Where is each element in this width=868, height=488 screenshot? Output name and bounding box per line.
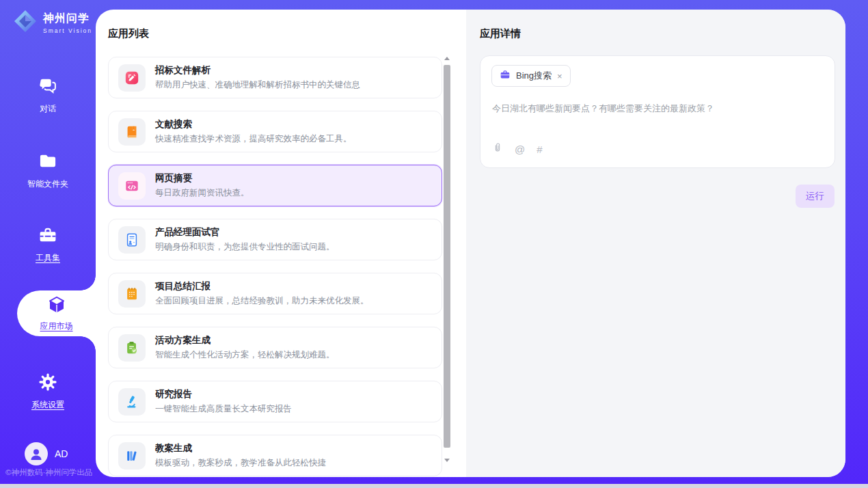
app-list-title: 应用列表 <box>108 27 149 40</box>
copyright-text: ©神州数码·神州问学出品 <box>5 467 97 478</box>
toolbox-icon <box>38 226 57 247</box>
query-input[interactable]: 今日湖北有哪些新闻要点？有哪些需要关注的最新政策？ <box>492 103 824 115</box>
avatar <box>25 442 48 465</box>
sidebar-item-label: 应用市场 <box>40 321 73 332</box>
scrollbar[interactable] <box>444 57 451 467</box>
sidebar-item-label: 工具集 <box>36 252 60 264</box>
attachment-icon[interactable] <box>492 141 503 157</box>
prompt-card: Bing搜索 × 今日湖北有哪些新闻要点？有哪些需要关注的最新政策？ @ # <box>480 55 835 168</box>
app-name: 招标文件解析 <box>155 64 360 77</box>
chat-icon <box>38 77 57 98</box>
app-desc: 智能生成个性化活动方案，轻松解决规划难题。 <box>155 349 335 361</box>
app-name: 产品经理面试官 <box>155 226 335 239</box>
app-name: 网页摘要 <box>155 172 249 185</box>
run-button[interactable]: 运行 <box>796 185 835 208</box>
bid-edit-icon <box>118 64 146 92</box>
sidebar-item-chat[interactable]: 对话 <box>0 77 96 115</box>
bottom-strip <box>0 484 868 488</box>
app-desc: 明确身份和职责，为您提供专业性的面试问题。 <box>155 241 335 253</box>
gear-icon <box>38 372 57 394</box>
sidebar-item-label: 智能文件夹 <box>27 178 68 190</box>
sidebar-item-label: 对话 <box>40 103 56 115</box>
sidebar-item-app-market-active[interactable]: 应用市场 <box>17 290 96 336</box>
app-name: 文献搜索 <box>155 118 352 131</box>
app-card-bid-parsing[interactable]: 招标文件解析 帮助用户快速、准确地理解和解析招标书中的关键信息 <box>108 57 442 98</box>
tool-tag-bing-search[interactable]: Bing搜索 × <box>491 65 571 87</box>
app-desc: 模板驱动，教案秒成，教学准备从此轻松快捷 <box>155 457 326 469</box>
app-list: 招标文件解析 帮助用户快速、准确地理解和解析招标书中的关键信息 <box>108 57 442 477</box>
app-name: 项目总结汇报 <box>155 280 369 293</box>
app-card-webpage-summary-selected[interactable]: 网页摘要 每日政府新闻资讯快查。 <box>108 165 442 206</box>
sidebar-item-label: 系统设置 <box>31 399 64 411</box>
sidebar: 神州问学 Smart Vision 对话 智能文件夹 <box>0 0 96 488</box>
scrollbar-up-arrow[interactable] <box>444 57 450 60</box>
app-desc: 全面回顾项目进展，总结经验教训，助力未来优化发展。 <box>155 295 369 307</box>
scrollbar-thumb[interactable] <box>444 65 450 448</box>
tool-tag-label: Bing搜索 <box>516 70 552 82</box>
logo-subtitle: Smart Vision <box>43 27 92 34</box>
sidebar-item-settings[interactable]: 系统设置 <box>0 372 96 411</box>
sidebar-item-toolset[interactable]: 工具集 <box>0 226 96 264</box>
app-card-lesson-plan[interactable]: 教案生成 模板驱动，教案秒成，教学准备从此轻松快捷 <box>108 435 442 476</box>
logo: 神州问学 Smart Vision <box>12 8 92 37</box>
app-card-pm-interviewer[interactable]: 产品经理面试官 明确身份和职责，为您提供专业性的面试问题。 <box>108 219 442 260</box>
clipboard-check-icon <box>118 334 146 362</box>
app-detail-section: 应用详情 Bing搜索 × 今日湖北有哪些新闻要点？有哪些需要关注的最新政策？ <box>466 10 845 477</box>
logo-title: 神州问学 <box>43 12 92 26</box>
mention-icon[interactable]: @ <box>515 144 525 155</box>
interview-doc-icon <box>118 226 146 254</box>
logo-diamond-icon <box>12 8 38 37</box>
app-window: 神州问学 Smart Vision 对话 智能文件夹 <box>0 0 868 488</box>
app-list-section: 应用列表 招标文件解析 帮助用户快速、准确地理解 <box>96 10 466 477</box>
app-desc: 帮助用户快速、准确地理解和解析招标书中的关键信息 <box>155 79 360 91</box>
sidebar-item-smart-folder[interactable]: 智能文件夹 <box>0 152 96 190</box>
app-name: 活动方案生成 <box>155 334 335 347</box>
cube-icon <box>46 295 67 318</box>
folder-icon <box>38 152 57 174</box>
app-desc: 快速精准查找学术资源，提高研究效率的必备工具。 <box>155 133 352 145</box>
webpage-code-icon <box>118 172 146 200</box>
app-desc: 每日政府新闻资讯快查。 <box>155 187 249 199</box>
books-icon <box>118 442 146 470</box>
microscope-icon <box>118 388 146 416</box>
app-card-research-report[interactable]: 研究报告 一键智能生成高质量长文本研究报告 <box>108 381 442 422</box>
app-detail-title: 应用详情 <box>480 27 521 40</box>
app-name: 教案生成 <box>155 442 326 455</box>
main-content: 应用列表 招标文件解析 帮助用户快速、准确地理解 <box>96 10 845 477</box>
app-card-event-plan[interactable]: 活动方案生成 智能生成个性化活动方案，轻松解决规划难题。 <box>108 327 442 368</box>
notepad-icon <box>118 280 146 308</box>
close-icon[interactable]: × <box>557 72 562 81</box>
briefcase-icon <box>500 69 511 83</box>
app-card-literature-search[interactable]: 文献搜索 快速精准查找学术资源，提高研究效率的必备工具。 <box>108 111 442 152</box>
attachment-toolbar: @ # <box>492 141 543 157</box>
hash-icon[interactable]: # <box>537 144 542 155</box>
app-name: 研究报告 <box>155 388 292 401</box>
app-desc: 一键智能生成高质量长文本研究报告 <box>155 403 292 415</box>
user-name: AD <box>55 448 68 459</box>
user-account[interactable]: AD <box>25 442 68 465</box>
app-card-project-summary[interactable]: 项目总结汇报 全面回顾项目进展，总结经验教训，助力未来优化发展。 <box>108 273 442 314</box>
scrollbar-down-arrow[interactable] <box>444 459 450 462</box>
book-icon <box>118 118 146 146</box>
